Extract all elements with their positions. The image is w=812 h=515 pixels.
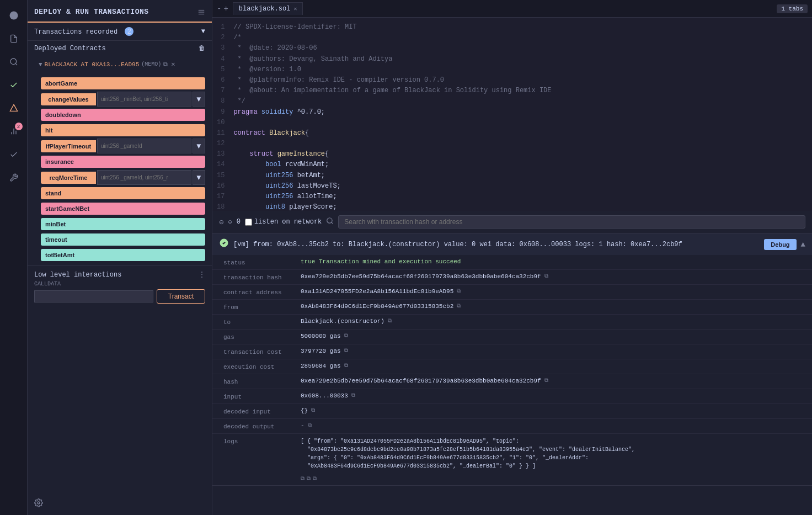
tab-count: 1 tabs xyxy=(777,4,808,13)
transact-button[interactable]: Transact xyxy=(157,289,205,304)
from-row: from 0xAb8483F64d9C6d1EcF9b849Ae677d0331… xyxy=(212,300,812,315)
doubledown-btn-row: doubledown xyxy=(41,108,205,122)
ifPlayerTimeout-expand[interactable]: ▼ xyxy=(193,139,205,153)
logs-copy-icon-3[interactable]: ⧉ xyxy=(313,476,317,482)
from-label: from xyxy=(223,303,301,311)
changeValues-expand[interactable]: ▼ xyxy=(193,92,205,107)
contract-close-icon[interactable]: ✕ xyxy=(171,60,175,68)
low-level-menu-icon[interactable]: ⋮ xyxy=(199,270,205,279)
tab-bar: - + blackjack.sol ✕ 1 tabs xyxy=(212,0,812,18)
reqMoreTime-expand[interactable]: ▼ xyxy=(193,170,205,185)
deploy-icon[interactable] xyxy=(4,98,24,118)
hash-copy-icon[interactable]: ⧉ xyxy=(544,378,548,384)
zoom-in-icon[interactable]: + xyxy=(223,4,228,13)
deployed-contracts-label: Deployed Contracts xyxy=(34,45,106,52)
transactions-recorded-section[interactable]: Transactions recorded 2 ▼ xyxy=(28,23,212,40)
startGameNBet-button[interactable]: startGameNBet xyxy=(41,203,205,215)
decoded-input-label: decoded input xyxy=(223,407,301,415)
ifPlayerTimeout-button[interactable]: ifPlayerTimeout xyxy=(41,140,96,152)
panel-title: DEPLOY & RUN TRANSACTIONS xyxy=(34,8,149,16)
gas-copy-icon[interactable]: ⧉ xyxy=(344,333,348,339)
input-copy-icon[interactable]: ⧉ xyxy=(351,392,355,399)
from-copy-icon[interactable]: ⧉ xyxy=(457,303,461,309)
gas-label: gas xyxy=(223,333,301,341)
decoded-output-label: decoded output xyxy=(223,422,301,430)
fold-icon[interactable]: ⊖ xyxy=(219,217,223,227)
search-icon[interactable] xyxy=(326,217,334,227)
minBet-button[interactable]: minBet xyxy=(41,218,205,230)
exec-cost-label: execution cost xyxy=(223,363,301,370)
exec-cost-copy-icon[interactable]: ⧉ xyxy=(344,363,348,369)
deployed-contracts-section: Deployed Contracts 🗑 xyxy=(28,40,212,56)
tx-hash-copy-icon[interactable]: ⧉ xyxy=(544,273,548,279)
search-icon[interactable] xyxy=(4,52,24,72)
hash-row: hash 0xea729e2b5db7ee59d75b64acacf68f260… xyxy=(212,374,812,389)
logs-text: [ { "from": "0xa131AD247055FD2e2aA8b156A… xyxy=(301,437,635,470)
tab-blackjack[interactable]: blackjack.sol ✕ xyxy=(233,2,303,15)
decoded-output-copy-icon[interactable]: ⧉ xyxy=(308,422,312,428)
to-value: Blackjack.(constructor) ⧉ xyxy=(301,318,801,325)
calldata-input[interactable] xyxy=(34,290,153,302)
icon-bar: 2 xyxy=(0,0,28,515)
hit-button[interactable]: hit xyxy=(41,124,205,136)
debug-button[interactable]: Debug xyxy=(764,239,796,250)
calldata-label: CALLDATA xyxy=(34,281,205,287)
file-icon[interactable] xyxy=(4,29,24,49)
contract-address-row: contract address 0xa131AD247055FD2e2aA8b… xyxy=(212,285,812,300)
input-row: input 0x608...00033 ⧉ xyxy=(212,389,812,404)
ifPlayerTimeout-input[interactable] xyxy=(97,139,191,153)
settings-icon[interactable] xyxy=(28,493,212,515)
contract-buttons: abortGame changeValues ▼ doubledown hit … xyxy=(28,73,212,266)
changeValues-input[interactable] xyxy=(97,92,191,107)
decoded-output-row: decoded output - ⧉ xyxy=(212,419,812,434)
tx-summary: [vm] from: 0xAb8...35cb2 to: Blackjack.(… xyxy=(233,241,760,248)
doubledown-button[interactable]: doubledown xyxy=(41,109,205,121)
svg-point-1 xyxy=(10,59,17,65)
tx-cost-value: 3797720 gas ⧉ xyxy=(301,348,801,354)
contract-copy-icon[interactable]: ⧉ xyxy=(163,61,168,68)
status-label: status xyxy=(223,258,301,266)
decoded-input-copy-icon[interactable]: ⧉ xyxy=(311,407,315,413)
tab-close-icon[interactable]: ✕ xyxy=(293,6,297,12)
contract-collapse-icon[interactable]: ▼ xyxy=(39,61,42,68)
exec-cost-row: execution cost 2859684 gas ⧉ xyxy=(212,359,812,374)
logs-copy-icon-1[interactable]: ⧉ xyxy=(301,476,304,482)
reqMoreTime-button[interactable]: reqMoreTime xyxy=(41,172,96,184)
startGameNBet-btn-row: startGameNBet xyxy=(41,201,205,216)
panel-menu-icon[interactable] xyxy=(197,8,205,16)
low-level-header: Low level interactions ⋮ xyxy=(34,270,205,279)
reqMoreTime-input[interactable] xyxy=(97,170,191,185)
checkmark-icon[interactable] xyxy=(4,145,24,164)
contract-instance: ▼ BLACKJACK AT 0XA13...EAD95 (MEMO) ⧉ ✕ xyxy=(28,56,212,73)
abortGame-button[interactable]: abortGame xyxy=(41,77,205,89)
contract-name: BLACKJACK AT 0XA13...EAD95 xyxy=(45,61,140,68)
trash-icon[interactable]: 🗑 xyxy=(199,44,205,52)
decoded-input-value: {} ⧉ xyxy=(301,407,801,414)
totBetAmt-button[interactable]: totBetAmt xyxy=(41,249,205,261)
changeValues-button[interactable]: changeValues xyxy=(41,93,96,105)
stand-button[interactable]: stand xyxy=(41,187,205,199)
logs-value: [ { "from": "0xa131AD247055FD2e2aA8b156A… xyxy=(301,437,801,482)
input-value: 0x608...00033 ⧉ xyxy=(301,392,801,399)
tx-cost-copy-icon[interactable]: ⧉ xyxy=(344,348,348,354)
insurance-button[interactable]: insurance xyxy=(41,156,205,168)
contract-address-copy-icon[interactable]: ⧉ xyxy=(457,288,461,294)
transactions-recorded-count: 2 xyxy=(125,27,133,36)
logs-copy-icon-2[interactable]: ⧉ xyxy=(307,476,311,482)
tx-search-input[interactable] xyxy=(338,215,805,229)
insurance-btn-row: insurance xyxy=(41,155,205,169)
listen-checkbox[interactable] xyxy=(245,219,252,226)
reqMoreTime-btn-row: reqMoreTime ▼ xyxy=(41,170,205,185)
zoom-out-icon[interactable]: - xyxy=(217,4,221,13)
tx-collapse-icon[interactable]: ▲ xyxy=(801,240,805,249)
wrench-icon[interactable] xyxy=(4,168,24,188)
decoded-output-value: - ⧉ xyxy=(301,422,801,429)
to-copy-icon[interactable]: ⧉ xyxy=(388,318,392,324)
tx-hash-label: transaction hash xyxy=(223,273,301,281)
tx-hash-value: 0xea729e2b5db7ee59d75b64acacf68f26017973… xyxy=(301,273,801,280)
timeout-button[interactable]: timeout xyxy=(41,233,205,246)
home-icon[interactable] xyxy=(4,6,24,25)
svg-line-12 xyxy=(332,222,333,224)
check-icon[interactable] xyxy=(4,75,24,95)
chart-icon[interactable]: 2 xyxy=(4,121,24,141)
